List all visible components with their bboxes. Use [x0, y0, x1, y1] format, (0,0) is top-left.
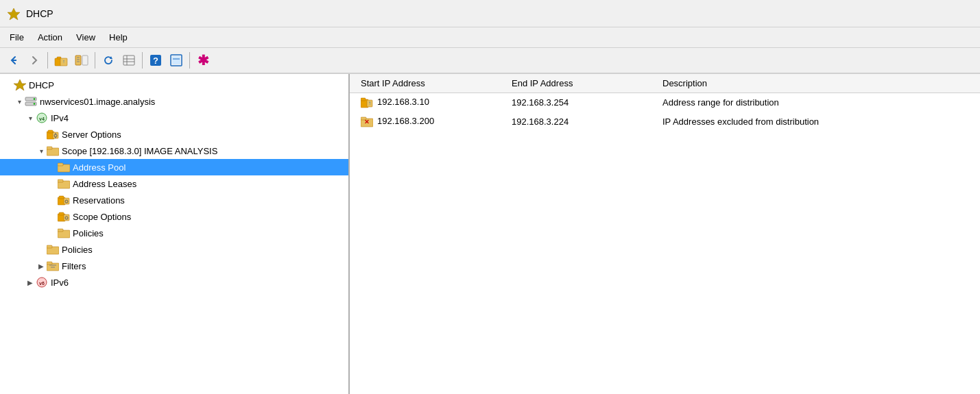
- col-end-ip[interactable]: End IP Address: [501, 74, 652, 93]
- svg-rect-49: [58, 229, 63, 232]
- svg-text:v6: v6: [39, 281, 45, 286]
- refresh-button[interactable]: [99, 51, 118, 70]
- tree-node-filters[interactable]: ▶ Filters: [0, 258, 348, 274]
- address-pool-table: Start IP Address End IP Address Descript…: [350, 74, 980, 132]
- reservations-label: Reservations: [73, 195, 125, 206]
- list-view-button[interactable]: [119, 51, 139, 70]
- table-row[interactable]: ↑ 192.168.3.10192.168.3.254Address range…: [350, 93, 980, 112]
- start-ip-cell: ↑ 192.168.3.10: [350, 93, 501, 112]
- address-leases-label: Address Leases: [73, 179, 136, 189]
- svg-rect-41: [59, 196, 64, 199]
- ipv6-label: IPv6: [51, 278, 69, 288]
- excluded-icon: ✕: [361, 116, 373, 127]
- table-row[interactable]: ✕ 192.168.3.200192.168.3.224IP Addresses…: [350, 112, 980, 132]
- tree-node-policies[interactable]: Policies: [0, 241, 348, 258]
- filters-expand-arrow[interactable]: ▶: [36, 260, 47, 271]
- server-options-icon: [47, 128, 59, 140]
- svg-text:↑: ↑: [62, 59, 65, 64]
- policies-scope-icon: [58, 227, 70, 239]
- back-button[interactable]: [4, 51, 23, 70]
- col-description[interactable]: Description: [652, 74, 980, 93]
- tree-node-ipv6[interactable]: ▶ v6 IPv6: [0, 274, 348, 291]
- title-bar: DHCP: [0, 0, 980, 27]
- tree-node-server-options[interactable]: Server Options: [0, 126, 348, 143]
- svg-marker-21: [14, 79, 26, 90]
- content-panel: Start IP Address End IP Address Descript…: [350, 74, 980, 394]
- menu-action[interactable]: Action: [31, 29, 69, 45]
- menu-view[interactable]: View: [69, 29, 102, 45]
- svg-point-25: [34, 103, 35, 104]
- svg-rect-29: [48, 130, 53, 133]
- address-pool-icon: [58, 161, 70, 173]
- ipv4-expand-arrow[interactable]: ▾: [25, 112, 36, 123]
- tree-node-address-pool[interactable]: Address Pool: [0, 159, 348, 175]
- svg-rect-7: [82, 56, 88, 65]
- description-cell: Address range for distribution: [652, 93, 980, 112]
- svg-rect-45: [59, 212, 64, 215]
- start-ip-text: 192.168.3.200: [377, 116, 434, 126]
- end-ip-cell: 192.168.3.254: [501, 93, 652, 112]
- range-icon: ↑: [361, 97, 373, 108]
- start-ip-text: 192.168.3.10: [377, 97, 429, 107]
- svg-rect-39: [58, 180, 63, 182]
- tree-node-dhcp[interactable]: DHCP: [0, 77, 348, 93]
- menu-help[interactable]: Help: [102, 29, 134, 45]
- tree-node-ipv4[interactable]: ▾ v4 IPv4: [0, 110, 348, 126]
- ipv6-icon: v6: [36, 276, 48, 288]
- separator-4: [189, 52, 190, 69]
- menu-file[interactable]: File: [3, 29, 31, 45]
- scope-options-icon: [58, 210, 70, 223]
- policies-label: Policies: [62, 245, 93, 255]
- tree-node-policies-scope[interactable]: Policies: [0, 225, 348, 241]
- reservations-icon: [58, 194, 70, 206]
- forward-button[interactable]: [25, 51, 44, 70]
- filter-button[interactable]: ✱: [193, 51, 213, 70]
- svg-rect-1: [12, 60, 16, 61]
- svg-rect-51: [47, 245, 52, 248]
- ipv4-label: IPv4: [51, 113, 69, 123]
- show-hide-button[interactable]: [72, 51, 91, 70]
- up-folder-button[interactable]: ↑: [51, 51, 71, 70]
- svg-rect-37: [58, 163, 63, 166]
- svg-rect-42: [64, 198, 69, 204]
- server-label: nwservices01.image.analysis: [40, 97, 155, 107]
- svg-text:✕: ✕: [364, 119, 370, 125]
- svg-point-24: [34, 98, 35, 99]
- svg-text:↑: ↑: [368, 100, 371, 106]
- help-button[interactable]: ?: [146, 51, 165, 70]
- scope-label: Scope [192.168.3.0] IMAGE ANALYSIS: [62, 146, 217, 156]
- server-expand-arrow[interactable]: ▾: [14, 96, 25, 107]
- svg-rect-59: [361, 98, 366, 101]
- tree-node-scope[interactable]: ▾ Scope [192.168.3.0] IMAGE ANALYSIS: [0, 143, 348, 159]
- filters-icon: [47, 260, 59, 272]
- svg-rect-46: [64, 214, 69, 221]
- start-ip-cell: ✕ 192.168.3.200: [350, 112, 501, 132]
- separator-3: [142, 52, 143, 69]
- menu-bar: File Action View Help: [0, 27, 980, 48]
- col-start-ip[interactable]: Start IP Address: [350, 74, 501, 93]
- scope-folder-icon: [47, 145, 59, 157]
- svg-marker-0: [8, 8, 20, 20]
- main-area: DHCP ▾ nwservices01.image.analysis ▾: [0, 74, 980, 394]
- description-cell: IP Addresses excluded from distribution: [652, 112, 980, 132]
- tree-node-scope-options[interactable]: Scope Options: [0, 208, 348, 225]
- properties-button[interactable]: [167, 51, 186, 70]
- ipv6-expand-arrow[interactable]: ▶: [25, 277, 36, 288]
- scope-options-label: Scope Options: [73, 212, 131, 222]
- tree-node-server[interactable]: ▾ nwservices01.image.analysis: [0, 93, 348, 110]
- scope-expand-arrow[interactable]: ▾: [36, 145, 47, 156]
- svg-rect-35: [47, 147, 52, 149]
- separator-2: [95, 52, 95, 69]
- app-icon: [7, 7, 21, 21]
- svg-text:?: ?: [153, 56, 158, 66]
- svg-text:v4: v4: [39, 116, 45, 121]
- svg-rect-19: [172, 56, 180, 64]
- server-icon: [25, 95, 37, 108]
- svg-rect-6: [75, 56, 81, 65]
- separator-1: [47, 52, 48, 69]
- tree-node-reservations[interactable]: Reservations: [0, 192, 348, 208]
- server-options-label: Server Options: [62, 130, 121, 140]
- app-title: DHCP: [26, 8, 53, 19]
- tree-node-address-leases[interactable]: Address Leases: [0, 175, 348, 192]
- dhcp-icon: [14, 79, 26, 91]
